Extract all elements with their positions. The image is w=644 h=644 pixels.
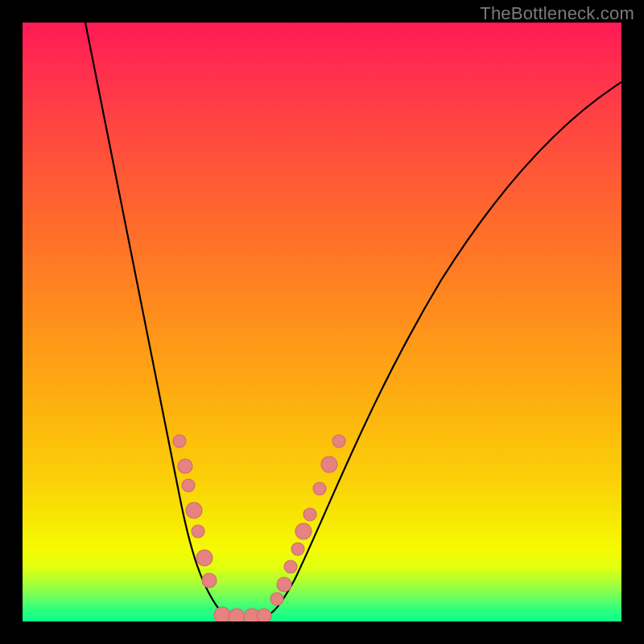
left-dot-1 [173, 435, 186, 448]
curve-svg [23, 23, 621, 621]
right-dot-2 [277, 577, 291, 592]
right-dot-6 [303, 508, 316, 521]
left-dot-3 [182, 479, 195, 492]
bottom-dot-2 [229, 609, 245, 621]
bottom-dot-1 [214, 607, 230, 621]
bottom-dot-4 [257, 609, 271, 621]
left-dot-7 [202, 573, 217, 588]
left-dot-4 [186, 502, 202, 518]
left-dot-2 [178, 459, 192, 473]
right-dot-7 [313, 482, 326, 495]
right-curve [264, 82, 621, 617]
watermark-text: TheBottleneck.com [480, 3, 634, 24]
marker-group [173, 435, 345, 621]
right-dot-9 [332, 435, 345, 448]
right-dot-4 [291, 543, 304, 555]
right-dot-8 [321, 456, 337, 473]
left-dot-6 [196, 550, 213, 566]
plot-area [23, 23, 621, 621]
right-dot-3 [284, 560, 297, 573]
right-dot-5 [295, 523, 312, 539]
left-dot-5 [192, 525, 204, 538]
left-curve [85, 23, 232, 617]
chart-frame: TheBottleneck.com [0, 0, 644, 644]
right-dot-1 [270, 592, 283, 605]
